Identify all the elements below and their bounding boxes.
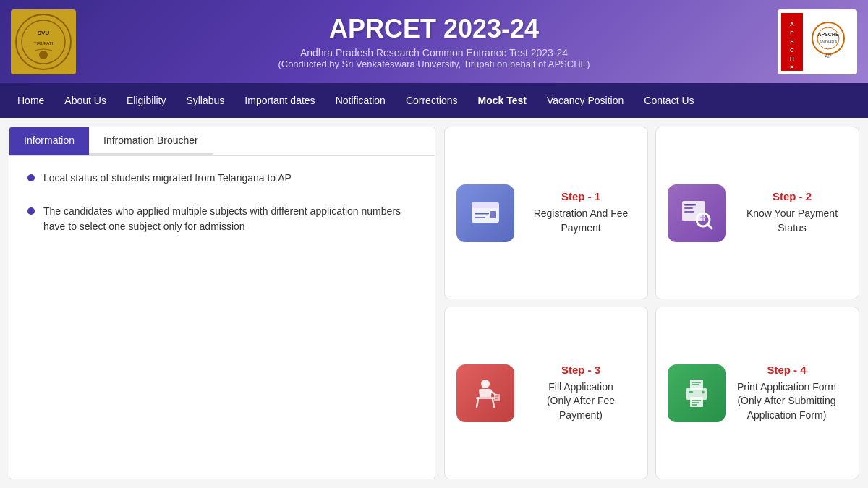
step-2-info: Step - 2 Know Your Payment Status xyxy=(737,190,847,235)
svg-rect-24 xyxy=(684,204,696,206)
logo-right: A P S C H E APSCHE ANDHRA AP xyxy=(778,9,857,74)
svg-rect-25 xyxy=(684,207,693,209)
bullet-1 xyxy=(27,174,35,181)
step-1-label: Step - 1 xyxy=(526,190,636,202)
nav-notification[interactable]: Notification xyxy=(326,83,396,118)
svg-text:S: S xyxy=(790,38,794,45)
step-3-label: Step - 3 xyxy=(526,364,636,376)
step-1-desc: Registration And Fee Payment xyxy=(526,207,636,235)
step-2-desc: Know Your Payment Status xyxy=(737,207,847,235)
nav-home[interactable]: Home xyxy=(7,83,54,118)
svg-text:TIRUPATI: TIRUPATI xyxy=(34,41,54,46)
svg-text:AP: AP xyxy=(825,53,832,59)
tab-information-broucher[interactable]: Infromation Broucher xyxy=(89,127,213,155)
step-3-card[interactable]: Step - 3 Fill Application(Only After Fee… xyxy=(444,307,648,479)
nav-important-dates[interactable]: Important dates xyxy=(234,83,325,118)
logo-left: SVU TIRUPATI xyxy=(11,9,76,74)
info-text-2: The candidates who applied multiple subj… xyxy=(43,204,417,234)
step-1-info: Step - 1 Registration And Fee Payment xyxy=(526,190,636,235)
step-3-desc: Fill Application(Only After Fee Payment) xyxy=(526,380,636,423)
header-subtitle1: Andhra Pradesh Research Common Entrance … xyxy=(278,47,590,59)
step-4-desc: Print Application Form(Only After Submit… xyxy=(737,380,836,423)
svg-rect-22 xyxy=(490,211,496,218)
info-item-2: The candidates who applied multiple subj… xyxy=(27,204,417,234)
svg-rect-26 xyxy=(684,211,694,213)
svg-text:A: A xyxy=(790,21,794,27)
header-center: APRCET 2023-24 Andhra Pradesh Research C… xyxy=(278,14,590,69)
main-content: Information Infromation Broucher Local s… xyxy=(0,118,868,488)
bullet-2 xyxy=(27,207,35,215)
step-1-card[interactable]: Step - 1 Registration And Fee Payment xyxy=(444,127,648,299)
svg-rect-19 xyxy=(472,202,499,208)
step-4-card[interactable]: Step - 4 Print Application Form(Only Aft… xyxy=(655,307,859,479)
step-1-icon-bg xyxy=(456,184,514,242)
info-item-1: Local status of students migrated from T… xyxy=(27,171,417,186)
payment-status-icon xyxy=(678,195,715,231)
svg-rect-21 xyxy=(475,217,485,218)
step-2-label: Step - 2 xyxy=(737,190,847,202)
steps-grid: Step - 1 Registration And Fee Payment xyxy=(441,118,868,488)
svg-line-28 xyxy=(707,224,712,228)
nav-syllabus[interactable]: Syllabus xyxy=(176,83,234,118)
print-application-icon xyxy=(678,375,715,411)
nav-contact-us[interactable]: Contact Us xyxy=(634,83,704,118)
nav-corrections[interactable]: Corrections xyxy=(396,83,468,118)
svg-text:P: P xyxy=(790,30,794,36)
left-panel: Information Infromation Broucher Local s… xyxy=(9,127,435,479)
navbar: Home About Us Eligibility Syllabus Impor… xyxy=(0,83,868,118)
svg-rect-35 xyxy=(494,394,500,401)
svg-line-34 xyxy=(493,399,494,407)
header: SVU TIRUPATI APRCET 2023-24 Andhra Prade… xyxy=(0,0,868,83)
fill-application-icon xyxy=(467,375,503,411)
header-subtitle2: (Conducted by Sri Venkateswara Universit… xyxy=(278,59,590,69)
svg-rect-42 xyxy=(689,391,693,393)
svg-point-43 xyxy=(702,390,705,393)
svg-rect-20 xyxy=(475,213,489,215)
svg-line-33 xyxy=(477,399,478,407)
step-2-icon-bg xyxy=(668,184,726,242)
svg-text:APSCHE: APSCHE xyxy=(817,32,839,37)
info-text-1: Local status of students migrated from T… xyxy=(43,171,292,186)
tab-content: Local status of students migrated from T… xyxy=(9,156,435,267)
step-2-card[interactable]: Step - 2 Know Your Payment Status xyxy=(655,127,859,299)
tab-information[interactable]: Information xyxy=(9,127,89,155)
step-3-icon-bg xyxy=(456,364,514,422)
step-3-info: Step - 3 Fill Application(Only After Fee… xyxy=(526,364,636,423)
svg-text:SVU: SVU xyxy=(38,30,50,36)
svg-point-31 xyxy=(481,380,490,388)
svg-text:C: C xyxy=(790,47,794,53)
nav-mock-test[interactable]: Mock Test xyxy=(467,83,536,118)
step-4-label: Step - 4 xyxy=(737,364,836,376)
svg-point-4 xyxy=(39,51,48,59)
page-title: APRCET 2023-24 xyxy=(278,14,590,44)
svg-text:H: H xyxy=(790,56,794,62)
registration-icon xyxy=(467,195,503,231)
svg-text:ANDHRA: ANDHRA xyxy=(819,40,837,44)
step-4-icon-bg xyxy=(668,364,726,422)
nav-eligibility[interactable]: Eligibility xyxy=(116,83,176,118)
step-4-info: Step - 4 Print Application Form(Only Aft… xyxy=(737,364,836,423)
nav-vacancy-position[interactable]: Vacancy Position xyxy=(537,83,634,118)
tabs-row: Information Infromation Broucher xyxy=(9,127,435,156)
svg-text:E: E xyxy=(790,64,794,71)
nav-about-us[interactable]: About Us xyxy=(54,83,116,118)
svg-rect-44 xyxy=(690,397,703,407)
